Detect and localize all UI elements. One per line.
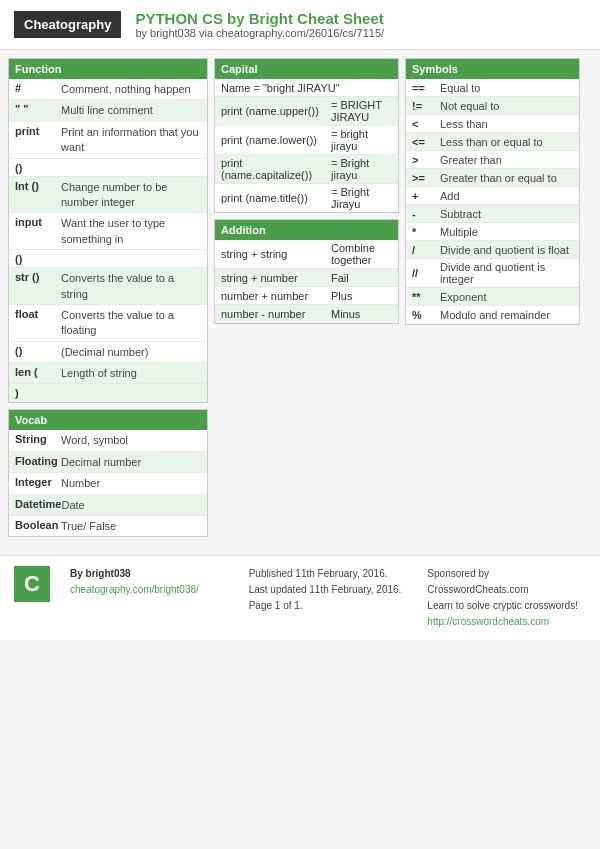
cell-key: < [412, 118, 440, 130]
footer-dates-col: Published 11th February, 2016. Last upda… [249, 566, 408, 614]
table-row: input Want the user to type something in [9, 213, 207, 250]
header: Cheatography PYTHON CS by Bright Cheat S… [0, 0, 600, 50]
footer-sponsor-col: Sponsored by CrosswordCheats.com Learn t… [427, 566, 586, 630]
footer-logo: C [14, 566, 50, 602]
cell-key: Name = "bright JIRAYU" [221, 82, 340, 94]
cell-val: Print an information that you want [61, 124, 201, 156]
table-row: () (Decimal number) [9, 342, 207, 363]
cell-key: print (name.upper()) [221, 105, 331, 117]
cell-val: Minus [331, 308, 360, 320]
table-row: float Converts the value to a floating [9, 305, 207, 342]
capital-body: Name = "bright JIRAYU" print (name.upper… [215, 79, 398, 212]
cell-val: Plus [331, 290, 352, 302]
cell-val: Multiple [440, 226, 478, 238]
table-row: string + number Fail [215, 269, 398, 287]
cell-key: str () [15, 270, 61, 283]
cell-key: Int () [15, 179, 61, 192]
cell-val: Combine together [331, 242, 392, 266]
cell-key: > [412, 154, 440, 166]
table-row: Integer Number [9, 473, 207, 494]
footer-author-link[interactable]: cheatography.com/bright038/ [70, 584, 199, 595]
cell-key: input [15, 215, 61, 228]
addition-body: string + string Combine together string … [215, 240, 398, 323]
table-row: number - number Minus [215, 305, 398, 323]
function-body: # Comment, nothing happen " " Multi line… [9, 79, 207, 402]
table-row: () [9, 159, 207, 177]
cell-val: Fail [331, 272, 349, 284]
cell-key: Floating [15, 454, 61, 467]
table-row: len ( Length of string [9, 363, 207, 384]
cell-key: Boolean [15, 518, 61, 531]
footer-sponsor-link[interactable]: http://crosswordcheats.com [427, 616, 549, 627]
capital-header: Capital [215, 59, 398, 79]
cell-key: ** [412, 291, 440, 303]
cell-val: Divide and quotient is float [440, 244, 569, 256]
table-row: " " Multi line comment [9, 100, 207, 121]
table-row: string + string Combine together [215, 240, 398, 269]
table-row: <= Less than or equal to [406, 133, 579, 151]
symbols-body: == Equal to != Not equal to < Less than … [406, 79, 579, 324]
table-row: Floating Decimal number [9, 452, 207, 473]
footer-sponsor-text: Sponsored by CrosswordCheats.com [427, 568, 528, 595]
cell-key: >= [412, 172, 440, 184]
cell-key: ) [15, 386, 61, 399]
footer-page: Page 1 of 1. [249, 600, 303, 611]
cell-val: True/ False [61, 518, 116, 534]
cell-key: string + string [221, 248, 331, 260]
cell-key: != [412, 100, 440, 112]
footer: C By bright038 cheatography.com/bright03… [0, 555, 600, 640]
table-row: Datetime Date [9, 495, 207, 516]
table-row: number + number Plus [215, 287, 398, 305]
table-row: Boolean True/ False [9, 516, 207, 536]
cell-val: Exponent [440, 291, 486, 303]
table-row: + Add [406, 187, 579, 205]
cell-val: Want the user to type something in [61, 215, 201, 247]
cell-val: Subtract [440, 208, 481, 220]
addition-header: Addition [215, 220, 398, 240]
cell-key: // [412, 267, 440, 279]
table-row: ) [9, 384, 207, 402]
table-row: / Divide and quotient is float [406, 241, 579, 259]
cell-key: == [412, 82, 440, 94]
cell-val: = Bright Jirayu [331, 186, 392, 210]
cell-val: Converts the value to a string [61, 270, 201, 302]
symbols-header: Symbols [406, 59, 579, 79]
cell-key: number + number [221, 290, 331, 302]
addition-section: Addition string + string Combine togethe… [214, 219, 399, 324]
cell-val: Converts the value to a floating [61, 307, 201, 339]
table-row: () [9, 250, 207, 268]
footer-author: By bright038 [70, 568, 131, 579]
cell-val: Greater than or equal to [440, 172, 557, 184]
cell-key: " " [15, 102, 61, 115]
cell-val: Length of string [61, 365, 137, 381]
symbols-section: Symbols == Equal to != Not equal to < Le… [405, 58, 580, 325]
cell-val: Divide and quotient is integer [440, 261, 573, 285]
cell-key: % [412, 309, 440, 321]
cell-key: Datetime [15, 497, 61, 510]
table-row: print (name.upper()) = BRIGHT JIRAYU [215, 97, 398, 126]
function-header: Function [9, 59, 207, 79]
footer-sponsor-sub: Learn to solve cryptic crosswords! [427, 600, 578, 611]
header-text: PYTHON CS by Bright Cheat Sheet by brigh… [135, 10, 384, 39]
table-row: # Comment, nothing happen [9, 79, 207, 100]
table-row: == Equal to [406, 79, 579, 97]
cell-key: / [412, 244, 440, 256]
table-row: Int () Change number to be number intege… [9, 177, 207, 214]
page-title: PYTHON CS by Bright Cheat Sheet [135, 10, 384, 27]
vocab-section: Vocab String Word, symbol Floating Decim… [8, 409, 208, 537]
cell-key: + [412, 190, 440, 202]
footer-author-col: By bright038 cheatography.com/bright038/ [70, 566, 229, 598]
main-content: Function # Comment, nothing happen " " M… [0, 50, 600, 551]
cell-key: <= [412, 136, 440, 148]
table-row: != Not equal to [406, 97, 579, 115]
cell-key: () [15, 252, 61, 265]
cell-val: Multi line comment [61, 102, 153, 118]
cell-val: Decimal number [61, 454, 141, 470]
cell-val: Less than or equal to [440, 136, 543, 148]
cell-key: - [412, 208, 440, 220]
table-row: * Multiple [406, 223, 579, 241]
table-row: print (name.capitalize()) = Bright jiray… [215, 155, 398, 184]
cell-val: Add [440, 190, 460, 202]
cell-val: Word, symbol [61, 432, 128, 448]
vocab-header: Vocab [9, 410, 207, 430]
